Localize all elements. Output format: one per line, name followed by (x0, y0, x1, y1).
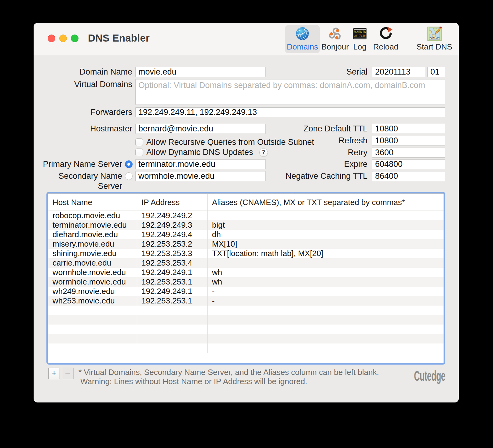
table-row[interactable]: terminator.movie.edu192.249.249.3bigt (48, 220, 444, 230)
table-cell[interactable]: diehard.movie.edu (48, 230, 137, 239)
expire-label: Expire (52, 159, 367, 169)
table-row-empty[interactable] (48, 315, 444, 325)
table-cell[interactable]: wh (208, 277, 444, 287)
dns-enabler-window: DNS Enabler (34, 23, 459, 402)
table-cell[interactable] (137, 315, 208, 325)
globe-network-icon (285, 25, 320, 42)
minimize-window-button[interactable] (59, 35, 67, 42)
table-cell[interactable]: wh249.movie.edu (48, 287, 137, 296)
table-cell[interactable]: 192.253.253.1 (137, 296, 208, 306)
table-cell[interactable]: carrie.movie.edu (48, 258, 137, 268)
svg-text:AY 7:36 P: AY 7:36 P (354, 35, 367, 37)
tab-log-label: Log (349, 42, 371, 51)
table-cell[interactable]: terminator.movie.edu (48, 220, 137, 230)
table-cell[interactable]: 192.253.253.4 (137, 258, 208, 268)
tab-start-dns[interactable]: DOMAIN Start DNS (414, 25, 455, 53)
svg-text:DOMAIN: DOMAIN (429, 37, 440, 39)
table-cell[interactable] (48, 315, 137, 325)
table-cell[interactable]: 192.253.253.3 (137, 249, 208, 258)
tab-reload-label: Reload (371, 42, 401, 51)
table-cell[interactable]: misery.movie.edu (48, 239, 137, 249)
tab-bonjour[interactable]: Bonjour (318, 25, 352, 53)
bonjour-icon (318, 25, 352, 42)
negative-caching-ttl-input[interactable] (372, 171, 445, 181)
table-cell[interactable]: - (208, 287, 444, 296)
close-window-button[interactable] (48, 35, 55, 42)
table-cell[interactable] (48, 306, 137, 315)
table-cell[interactable]: 192.253.253.2 (137, 239, 208, 249)
table-cell[interactable]: robocop.movie.edu (48, 211, 137, 220)
table-cell[interactable]: MX[10] (208, 239, 444, 249)
table-cell[interactable] (48, 325, 137, 334)
table-cell[interactable] (208, 258, 444, 268)
table-cell[interactable] (208, 211, 444, 220)
table-row-empty[interactable] (48, 306, 444, 315)
table-cell[interactable] (208, 315, 444, 325)
title-bar: DNS Enabler (34, 23, 459, 55)
table-cell[interactable] (208, 343, 444, 353)
table-row[interactable]: carrie.movie.edu192.253.253.4 (48, 258, 444, 268)
column-header-aliases[interactable]: Aliases (CNAMES), MX or TXT separated by… (208, 194, 444, 211)
table-cell[interactable]: wh253.movie.edu (48, 296, 137, 306)
tab-bonjour-label: Bonjour (318, 42, 352, 51)
serial-suffix-input[interactable] (427, 67, 445, 77)
led-ticker-icon: WARNIN AY 7:36 P (349, 25, 371, 42)
table-cell[interactable]: 192.249.249.1 (137, 287, 208, 296)
add-row-button[interactable]: + (48, 368, 60, 379)
table-cell[interactable]: bigt (208, 220, 444, 230)
zoom-window-button[interactable] (71, 35, 79, 42)
zone-default-ttl-input[interactable] (372, 124, 445, 134)
table-row[interactable]: wormhole.movie.edu192.249.249.1wh (48, 268, 444, 277)
column-header-ip-address[interactable]: IP Address (137, 194, 208, 211)
table-cell[interactable] (208, 334, 444, 343)
remove-row-button[interactable]: – (62, 368, 74, 379)
table-row[interactable]: wormhole.movie.edu192.253.253.1wh (48, 277, 444, 287)
table-cell[interactable] (137, 343, 208, 353)
table-row[interactable]: diehard.movie.edu192.249.249.4dh (48, 230, 444, 239)
tab-start-dns-label: Start DNS (414, 42, 455, 51)
tab-domains[interactable]: Domains (285, 25, 320, 53)
tab-log[interactable]: WARNIN AY 7:36 P Log (349, 25, 371, 53)
table-cell[interactable] (208, 306, 444, 315)
table-cell[interactable]: wh (208, 268, 444, 277)
table-cell[interactable]: TXT[location: math lab], MX[20] (208, 249, 444, 258)
table-cell[interactable] (48, 334, 137, 343)
retry-label: Retry (52, 148, 367, 158)
retry-input[interactable] (372, 148, 445, 158)
expire-input[interactable] (372, 159, 445, 169)
table-cell[interactable] (208, 325, 444, 334)
refresh-input[interactable] (372, 136, 445, 146)
table-row-empty[interactable] (48, 334, 444, 343)
domain-map-icon: DOMAIN (414, 25, 455, 42)
tab-reload[interactable]: Reload (371, 25, 401, 53)
table-cell[interactable] (137, 306, 208, 315)
table-row-empty[interactable] (48, 343, 444, 353)
forwarders-input[interactable] (135, 107, 445, 117)
table-cell[interactable]: 192.249.249.2 (137, 211, 208, 220)
table-cell[interactable] (48, 343, 137, 353)
table-row[interactable]: robocop.movie.edu192.249.249.2 (48, 211, 444, 220)
hosts-table-body: robocop.movie.edu192.249.249.2terminator… (48, 211, 444, 353)
serial-input[interactable] (372, 67, 425, 77)
table-cell[interactable]: shining.movie.edu (48, 249, 137, 258)
virtual-domains-textarea[interactable] (135, 79, 445, 105)
table-cell[interactable]: 192.249.249.3 (137, 220, 208, 230)
table-row[interactable]: shining.movie.edu192.253.253.3TXT[locati… (48, 249, 444, 258)
table-row[interactable]: wh249.movie.edu192.249.249.1- (48, 287, 444, 296)
reload-arrow-icon (371, 25, 401, 42)
table-cell[interactable] (137, 325, 208, 334)
table-row[interactable]: misery.movie.edu192.253.253.2MX[10] (48, 239, 444, 249)
tab-domains-label: Domains (285, 42, 320, 51)
table-cell[interactable]: dh (208, 230, 444, 239)
table-cell[interactable]: wormhole.movie.edu (48, 268, 137, 277)
table-cell[interactable]: wormhole.movie.edu (48, 277, 137, 287)
table-cell[interactable]: 192.249.249.4 (137, 230, 208, 239)
table-row[interactable]: wh253.movie.edu192.253.253.1- (48, 296, 444, 306)
column-header-host-name[interactable]: Host Name (48, 194, 137, 211)
table-cell[interactable] (137, 334, 208, 343)
footnote-line1: * Virtual Domains, Secondary Name Server… (79, 368, 379, 377)
table-cell[interactable]: - (208, 296, 444, 306)
table-cell[interactable]: 192.253.253.1 (137, 277, 208, 287)
table-row-empty[interactable] (48, 325, 444, 334)
table-cell[interactable]: 192.249.249.1 (137, 268, 208, 277)
